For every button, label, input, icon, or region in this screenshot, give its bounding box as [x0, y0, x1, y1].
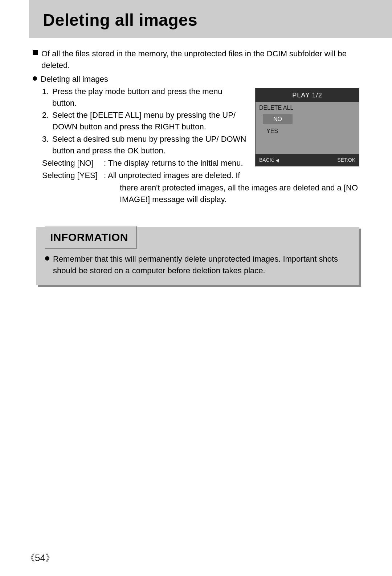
page-number: 《54》: [25, 552, 55, 564]
step-number: 3.: [42, 133, 50, 157]
selecting-no-line: Selecting [NO] : The display returns to …: [33, 157, 249, 169]
info-bullet: Remember that this will permanently dele…: [45, 253, 351, 277]
selecting-yes-continuation: there aren't protected images, all the i…: [33, 182, 359, 205]
selecting-yes-label: Selecting [YES]: [42, 170, 104, 181]
information-text: Remember that this will permanently dele…: [53, 253, 351, 277]
steps-column: 1. Press the play mode button and press …: [33, 86, 249, 181]
page-title: Deleting all images: [43, 10, 392, 30]
step-3: 3. Select a desired sub menu by pressing…: [33, 133, 249, 157]
information-label: INFORMATION: [45, 226, 137, 249]
body-content: Of all the files stored in the memory, t…: [25, 38, 359, 285]
lcd-header: PLAY 1/2: [256, 88, 359, 102]
triangle-left-icon: [276, 159, 279, 162]
lcd-footer-back: BACK:: [259, 156, 279, 164]
selecting-yes-text: : All unprotected images are deleted. If: [104, 170, 240, 181]
step-number: 1.: [42, 86, 50, 109]
step-number: 2.: [42, 109, 50, 133]
lcd-footer: BACK: SET:OK: [256, 154, 359, 166]
dot-bullet-icon: [45, 256, 49, 261]
angle-left-icon: 《: [25, 553, 35, 563]
step-2: 2. Select the [DELETE ALL] menu by press…: [33, 109, 249, 133]
lcd-body: DELETE ALL NO YES: [256, 102, 359, 154]
step-1: 1. Press the play mode button and press …: [33, 86, 249, 109]
subhead-text: Deleting all images: [41, 73, 108, 85]
angle-right-icon: 》: [45, 553, 55, 563]
lcd-option-yes: YES: [259, 125, 283, 137]
lcd-footer-set: SET:OK: [337, 156, 355, 164]
lcd-menu-title: DELETE ALL: [256, 102, 359, 113]
square-bullet-icon: [33, 50, 38, 55]
camera-lcd-screenshot: PLAY 1/2 DELETE ALL NO YES BACK: SET:OK: [255, 88, 359, 166]
title-band: Deleting all images: [29, 0, 392, 38]
dot-bullet-icon: [33, 76, 37, 81]
selecting-no-label: Selecting [NO]: [42, 157, 104, 169]
information-box: INFORMATION Remember that this will perm…: [36, 227, 359, 285]
step-text: Select a desired sub menu by pressing th…: [52, 133, 249, 157]
intro-text: Of all the files stored in the memory, t…: [41, 48, 359, 71]
selecting-yes-line: Selecting [YES] : All unprotected images…: [33, 170, 249, 181]
step-text: Press the play mode button and press the…: [52, 86, 249, 109]
intro-bullet: Of all the files stored in the memory, t…: [33, 48, 359, 71]
step-text: Select the [DELETE ALL] menu by pressing…: [52, 109, 249, 133]
subhead-bullet: Deleting all images: [33, 73, 359, 85]
lcd-option-no: NO: [263, 114, 293, 124]
selecting-no-text: : The display returns to the initial men…: [104, 157, 243, 169]
